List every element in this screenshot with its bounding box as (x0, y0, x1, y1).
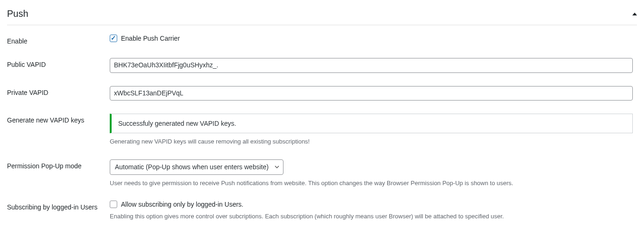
public-vapid-label: Public VAPID (7, 58, 110, 68)
caret-up-icon (632, 13, 637, 15)
subscribing-checkbox-wrapper[interactable]: Allow subscribing only by logged-in User… (110, 201, 633, 208)
success-message: Successfuly generated new VAPID keys. (118, 120, 236, 127)
section-title: Push (7, 8, 28, 19)
section-header[interactable]: Push (7, 5, 637, 25)
private-vapid-row: Private VAPID (7, 86, 637, 101)
public-vapid-input[interactable] (110, 58, 633, 73)
enable-checkbox-wrapper[interactable]: Enable Push Carrier (110, 35, 633, 42)
popup-mode-select[interactable]: Automatic (Pop-Up shows when user enters… (110, 159, 283, 175)
subscribing-checkbox[interactable] (110, 201, 117, 208)
subscribing-checkbox-label: Allow subscribing only by logged-in User… (121, 201, 243, 208)
subscribing-row: Subscribing by logged-in Users Allow sub… (7, 201, 637, 221)
subscribing-help-text: Enabling this option gives more control … (110, 212, 633, 221)
success-notice: Successfuly generated new VAPID keys. (110, 114, 633, 133)
enable-checkbox-label: Enable Push Carrier (121, 35, 180, 42)
public-vapid-row: Public VAPID (7, 58, 637, 73)
popup-mode-row: Permission Pop-Up mode Automatic (Pop-Up… (7, 159, 637, 188)
generate-keys-label: Generate new VAPID keys (7, 114, 110, 124)
enable-checkbox[interactable] (110, 35, 117, 42)
enable-row: Enable Enable Push Carrier (7, 35, 637, 45)
settings-form: Enable Enable Push Carrier Public VAPID … (7, 35, 637, 221)
popup-mode-label: Permission Pop-Up mode (7, 159, 110, 170)
private-vapid-input[interactable] (110, 86, 633, 101)
popup-mode-help-text: User needs to give permission to receive… (110, 179, 633, 188)
subscribing-label: Subscribing by logged-in Users (7, 201, 110, 211)
generate-help-text: Generating new VAPID keys will cause rem… (110, 137, 633, 146)
generate-keys-row: Generate new VAPID keys Successfuly gene… (7, 114, 637, 146)
private-vapid-label: Private VAPID (7, 86, 110, 96)
enable-label: Enable (7, 35, 110, 45)
